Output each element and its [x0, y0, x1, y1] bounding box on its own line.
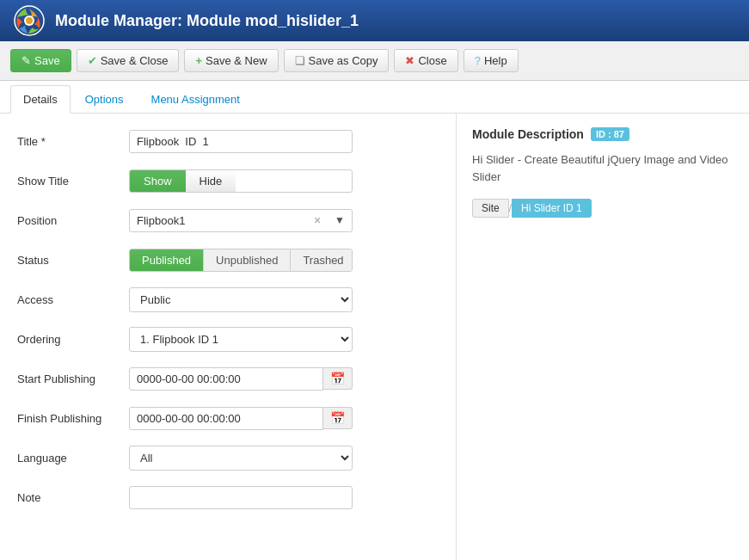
finish-publishing-row: Finish Publishing 📅 [17, 404, 439, 432]
save-icon: ✎ [21, 54, 31, 67]
access-label: Access [17, 293, 129, 306]
app-logo [14, 5, 45, 36]
position-row: Position Flipbook1 × ▼ [17, 206, 439, 234]
ordering-label: Ordering [17, 333, 129, 346]
close-icon: ✖ [405, 54, 414, 67]
title-label: Title * [17, 135, 129, 148]
note-field-wrapper [129, 486, 353, 509]
note-input[interactable] [129, 486, 353, 509]
breadcrumb: Site / Hi Slider ID 1 [472, 199, 734, 218]
status-label: Status [17, 254, 129, 267]
page-title: Module Manager: Module mod_hislider_1 [55, 12, 359, 30]
finish-publishing-calendar-button[interactable]: 📅 [323, 407, 353, 429]
start-publishing-row: Start Publishing 📅 [17, 365, 439, 392]
save-close-button[interactable]: ✔ Save & Close [77, 49, 180, 72]
start-publishing-field-wrapper: 📅 [129, 367, 353, 391]
side-panel: Module Description ID : 87 Hi Slider - C… [457, 114, 749, 560]
breadcrumb-item: Hi Slider ID 1 [512, 199, 592, 218]
show-title-row: Show Title Show Hide [17, 167, 439, 194]
finish-publishing-input[interactable] [129, 407, 323, 430]
toolbar: ✎ Save ✔ Save & Close + Save & New ❏ Sav… [0, 41, 749, 81]
start-publishing-input[interactable] [129, 367, 323, 391]
position-value: Flipbook1 [130, 210, 307, 231]
save-new-button[interactable]: + Save & New [184, 49, 278, 72]
help-button[interactable]: ? Help [464, 49, 519, 72]
position-field-wrapper: Flipbook1 × ▼ [129, 209, 353, 232]
finish-publishing-label: Finish Publishing [17, 412, 129, 425]
svg-point-2 [26, 17, 33, 24]
finish-date-wrapper: 📅 [129, 407, 353, 430]
start-publishing-calendar-button[interactable]: 📅 [323, 367, 353, 390]
note-label: Note [17, 491, 129, 504]
module-id-badge: ID : 87 [591, 127, 629, 141]
title-field-wrapper [129, 130, 353, 153]
position-label: Position [17, 214, 129, 227]
title-input[interactable] [129, 130, 353, 153]
module-desc-header: Module Description ID : 87 [472, 127, 734, 141]
position-dropdown-button[interactable]: ▼ [328, 211, 352, 230]
language-label: Language [17, 452, 129, 465]
status-buttons: Published Unpublished Trashed [129, 249, 353, 272]
module-desc-title: Module Description [472, 127, 584, 141]
save-copy-button[interactable]: ❏ Save as Copy [284, 49, 390, 72]
language-field-wrapper: All [129, 446, 353, 471]
breadcrumb-site: Site [472, 199, 509, 218]
show-title-label: Show Title [17, 175, 129, 188]
copy-icon: ❏ [295, 54, 305, 67]
tab-options[interactable]: Options [72, 85, 137, 113]
status-row: Status Published Unpublished Trashed [17, 246, 439, 274]
title-row: Title * [17, 127, 439, 155]
tab-menu-assignment[interactable]: Menu Assignment [138, 85, 253, 113]
show-button[interactable]: Show [130, 170, 186, 192]
status-trashed-button[interactable]: Trashed [291, 249, 353, 271]
app-header: Module Manager: Module mod_hislider_1 [0, 0, 749, 41]
show-title-toggle: Show Hide [129, 169, 353, 193]
language-row: Language All [17, 444, 439, 471]
check-icon: ✔ [88, 54, 97, 67]
plus-icon: + [195, 54, 202, 67]
main-content: Title * Show Title Show Hide Position Fl… [0, 114, 749, 560]
tab-bar: Details Options Menu Assignment [0, 81, 749, 114]
access-select[interactable]: Public [129, 287, 353, 312]
access-row: Access Public [17, 286, 439, 313]
position-clear-button[interactable]: × [307, 210, 328, 231]
ordering-select[interactable]: 1. Flipbook ID 1 [129, 327, 353, 352]
module-desc-text: Hi Slider - Create Beautiful jQuery Imag… [472, 151, 734, 185]
ordering-row: Ordering 1. Flipbook ID 1 [17, 325, 439, 353]
finish-publishing-field-wrapper: 📅 [129, 407, 353, 430]
status-toggle-group: Published Unpublished Trashed [129, 249, 353, 272]
status-unpublished-button[interactable]: Unpublished [204, 249, 291, 271]
tab-details[interactable]: Details [10, 85, 71, 114]
save-button[interactable]: ✎ Save [10, 49, 71, 72]
status-published-button[interactable]: Published [130, 249, 204, 271]
ordering-field-wrapper: 1. Flipbook ID 1 [129, 327, 353, 352]
access-field-wrapper: Public [129, 287, 353, 312]
note-row: Note [17, 483, 439, 511]
language-select[interactable]: All [129, 446, 353, 471]
close-button[interactable]: ✖ Close [394, 49, 457, 72]
start-publishing-label: Start Publishing [17, 372, 129, 385]
position-select-wrapper[interactable]: Flipbook1 × ▼ [129, 209, 353, 232]
help-icon: ? [475, 54, 481, 67]
show-hide-group: Show Hide [129, 169, 353, 193]
hide-button[interactable]: Hide [186, 170, 236, 192]
form-panel: Title * Show Title Show Hide Position Fl… [0, 114, 457, 560]
start-date-wrapper: 📅 [129, 367, 353, 391]
